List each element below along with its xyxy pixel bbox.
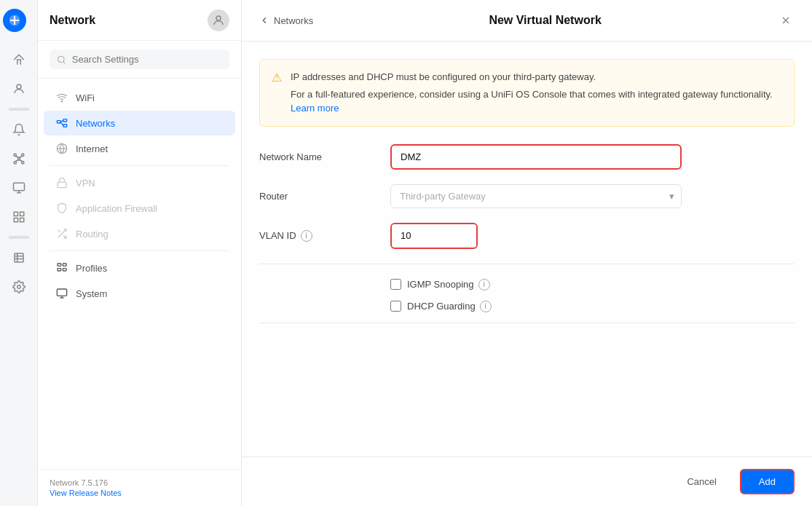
routing-label: Routing (76, 229, 109, 240)
cancel-button[interactable]: Cancel (672, 470, 730, 493)
vlan-info-icon[interactable]: i (301, 230, 312, 242)
router-row: Router Third-party Gateway ▾ (259, 184, 795, 208)
network-name-input[interactable] (390, 144, 682, 170)
search-box[interactable] (50, 50, 229, 69)
svg-rect-28 (63, 119, 67, 122)
app-title: Network (50, 14, 95, 27)
sidebar-nav: WiFi Networks Internet (38, 79, 241, 469)
add-button[interactable]: Add (740, 469, 795, 494)
wifi-icon (55, 91, 68, 104)
svg-rect-34 (58, 182, 66, 187)
sidebar-icon-settings[interactable] (6, 274, 32, 300)
sidebar-icon-home[interactable] (6, 47, 32, 73)
firewall-icon (55, 202, 68, 215)
sidebar-icon-apps[interactable] (6, 204, 32, 230)
svg-rect-3 (21, 154, 23, 156)
routing-icon (55, 227, 68, 240)
sidebar-item-profiles[interactable]: Profiles (44, 256, 235, 280)
svg-point-22 (17, 285, 20, 289)
internet-label: Internet (76, 143, 108, 154)
svg-rect-14 (14, 212, 17, 216)
svg-point-26 (61, 101, 62, 102)
vlan-id-row: VLAN ID i ▲ ▼ (259, 223, 795, 249)
networks-icon (55, 116, 68, 130)
search-icon (57, 55, 66, 65)
sidebar-icon-history[interactable] (6, 245, 32, 271)
svg-point-24 (58, 56, 64, 62)
svg-rect-41 (63, 269, 66, 271)
svg-rect-42 (57, 289, 66, 296)
svg-rect-16 (14, 218, 17, 222)
release-notes-link[interactable]: View Release Notes (50, 489, 229, 497)
svg-line-25 (63, 61, 65, 63)
svg-rect-39 (63, 264, 66, 266)
panel-overlay: Networks New Virtual Network ⚠ IP addres… (242, 0, 812, 506)
dhcp-guarding-checkbox[interactable] (390, 301, 401, 312)
sidebar-item-networks[interactable]: Networks (44, 111, 235, 135)
svg-rect-6 (21, 162, 23, 164)
dhcp-info-icon[interactable]: i (480, 301, 492, 312)
svg-rect-5 (14, 162, 16, 164)
router-label: Router (259, 191, 390, 202)
network-name-label: Network Name (259, 151, 390, 162)
close-icon (780, 15, 792, 26)
info-text-line2: For a full-featured experience, consider… (291, 87, 773, 102)
vpn-icon (55, 176, 68, 189)
panel-back-button[interactable]: Networks (259, 15, 313, 26)
divider-1 (9, 108, 29, 111)
info-banner: ⚠ IP addresses and DHCP must be configur… (259, 59, 795, 127)
nav-divider-2 (50, 250, 229, 251)
panel-footer: Cancel Add (242, 456, 812, 506)
form-divider-1 (259, 264, 795, 264)
profiles-label: Profiles (76, 263, 107, 274)
svg-point-1 (17, 84, 21, 89)
svg-rect-17 (20, 218, 23, 222)
user-avatar-button[interactable] (208, 9, 229, 31)
sidebar-item-wifi[interactable]: WiFi (44, 85, 235, 110)
vpn-label: VPN (76, 178, 95, 189)
svg-point-23 (216, 16, 221, 20)
left-icon-bar (0, 0, 38, 506)
router-select[interactable]: Third-party Gateway (390, 184, 682, 208)
learn-more-link[interactable]: Learn more (291, 103, 339, 114)
svg-line-31 (60, 122, 63, 125)
system-label: System (76, 288, 107, 299)
svg-rect-15 (20, 212, 23, 216)
search-input[interactable] (72, 54, 222, 65)
network-name-row: Network Name (259, 144, 795, 170)
sidebar-item-internet[interactable]: Internet (44, 136, 235, 161)
profiles-icon (55, 261, 68, 274)
main-content: Networks New Virtual Network ⚠ IP addres… (242, 0, 812, 506)
panel-header: Networks New Virtual Network (242, 0, 812, 41)
svg-rect-29 (63, 124, 67, 127)
sidebar-version: Network 7.5.176 View Release Notes (38, 469, 241, 506)
svg-line-37 (58, 230, 60, 232)
igmp-info-icon[interactable]: i (478, 279, 490, 290)
divider-2 (9, 236, 29, 239)
app-logo[interactable] (3, 9, 26, 32)
sidebar-header: Network (38, 0, 241, 41)
svg-rect-4 (17, 158, 20, 160)
vlan-id-label: VLAN ID i (259, 230, 390, 242)
wifi-label: WiFi (76, 92, 95, 103)
network-name-field (390, 144, 682, 170)
sidebar-item-routing[interactable]: Routing (44, 221, 235, 246)
sidebar-item-vpn[interactable]: VPN (44, 170, 235, 195)
sidebar-icon-bell[interactable] (6, 116, 32, 143)
nav-divider-1 (50, 165, 229, 166)
sidebar-icon-clients[interactable] (6, 175, 32, 201)
vlan-id-input[interactable] (392, 224, 478, 247)
sidebar-item-system[interactable]: System (44, 281, 235, 306)
igmp-snooping-checkbox[interactable] (390, 279, 401, 290)
firewall-label: Application Firewall (76, 203, 157, 214)
sidebar-item-firewall[interactable]: Application Firewall (44, 196, 235, 221)
igmp-snooping-row: IGMP Snooping i (259, 279, 795, 290)
svg-line-9 (15, 160, 18, 162)
igmp-snooping-label: IGMP Snooping i (407, 279, 490, 290)
sidebar-icon-topology[interactable] (6, 146, 32, 172)
form-divider-2 (259, 323, 795, 323)
info-text-line1: IP addresses and DHCP must be configured… (291, 70, 773, 84)
close-button[interactable] (777, 12, 795, 29)
sidebar-icon-user[interactable] (6, 76, 32, 102)
panel-body: ⚠ IP addresses and DHCP must be configur… (242, 41, 812, 456)
